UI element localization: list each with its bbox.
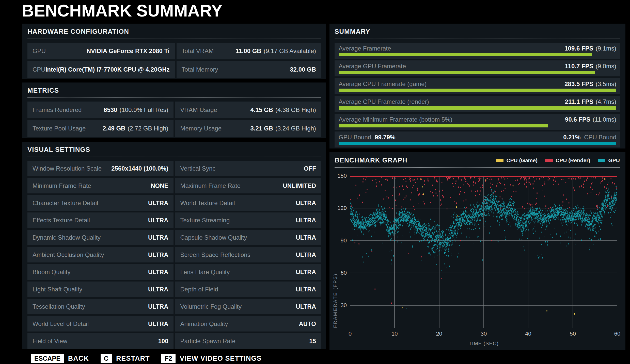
framerate-bar-track bbox=[339, 106, 616, 110]
x-tick-label: 20 bbox=[436, 330, 442, 337]
summary-panel: SUMMARY Average Framerate109.6 FPS(9.1ms… bbox=[329, 24, 625, 148]
cell-value-main: ULTRA bbox=[148, 269, 168, 275]
benchmark-graph-canvas bbox=[350, 176, 617, 328]
cell-value: ULTRA bbox=[148, 234, 168, 241]
cell-label: Field of View bbox=[33, 338, 67, 345]
keybind-back[interactable]: ESCAPEBACK bbox=[31, 354, 89, 363]
summary-row-value-extra: (11.0ms) bbox=[593, 116, 616, 123]
cell-label: Maximum Frame Rate bbox=[180, 182, 241, 189]
cell-label: Lens Flare Quality bbox=[180, 269, 230, 276]
cell-label: Ambient Occlusion Quality bbox=[33, 251, 104, 258]
setting-cell: Maximum Frame RateUNLIMITED bbox=[175, 178, 321, 193]
y-tick-label: 30 bbox=[332, 302, 347, 309]
cell-value-main: 4.15 GB bbox=[250, 106, 273, 113]
cell-value: ULTRA bbox=[296, 286, 316, 293]
key-escape: ESCAPE bbox=[31, 354, 64, 363]
cpu-bound-label: CPU Bound bbox=[584, 134, 616, 141]
setting-cell: Animation QualityAUTO bbox=[175, 316, 321, 332]
keybind-label: VIEW VIDEO SETTINGS bbox=[180, 355, 262, 362]
summary-row-value-main: 211.1 FPS bbox=[565, 98, 593, 105]
cell-value-main: ULTRA bbox=[148, 234, 168, 241]
metrics-panel-header: METRICS bbox=[27, 87, 321, 94]
page-title: BENCHMARK SUMMARY bbox=[22, 1, 223, 20]
summary-row-label: Average GPU Framerate bbox=[339, 63, 406, 76]
key-c: C bbox=[101, 354, 112, 363]
y-tick-label: 60 bbox=[332, 270, 347, 276]
cell-value: ULTRA bbox=[148, 269, 168, 276]
cell-label: Memory Usage bbox=[180, 125, 222, 132]
setting-cell: Tessellation QualityULTRA bbox=[27, 299, 174, 314]
summary-row-value-extra: (4.7ms) bbox=[596, 98, 616, 105]
gpu-bound-value: 99.79% bbox=[375, 134, 395, 141]
setting-cell: GPUNVIDIA GeForce RTX 2080 Ti bbox=[27, 43, 175, 59]
cell-value-main: ULTRA bbox=[148, 217, 168, 224]
cell-value-extra: (100.0% Full Res) bbox=[119, 106, 168, 113]
keybind-view-video-settings[interactable]: F2VIEW VIDEO SETTINGS bbox=[161, 354, 261, 363]
hardware-panel-header: HARDWARE CONFIGURATION bbox=[27, 28, 321, 35]
summary-row-value-extra: (9.0ms) bbox=[596, 63, 616, 70]
cell-value-main: 15 bbox=[309, 338, 316, 344]
y-tick-label: 90 bbox=[332, 237, 347, 244]
x-tick-label: 60 bbox=[614, 330, 620, 337]
hardware-configuration-panel: HARDWARE CONFIGURATION GPUNVIDIA GeForce… bbox=[22, 24, 326, 79]
setting-cell: Total VRAM11.00 GB(9.17 GB Available) bbox=[177, 43, 321, 59]
cell-value: OFF bbox=[304, 165, 316, 172]
key-f2: F2 bbox=[161, 354, 175, 363]
cell-label: Light Shaft Quality bbox=[33, 286, 82, 293]
setting-cell: Vertical SyncOFF bbox=[175, 161, 321, 176]
framerate-bar-track bbox=[339, 71, 616, 74]
setting-cell: Depth of FieldULTRA bbox=[175, 282, 321, 297]
cell-label: Total Memory bbox=[182, 66, 218, 73]
setting-cell: Particle Spawn Rate15 bbox=[175, 333, 321, 349]
cell-value: Intel(R) Core(TM) i7-7700K CPU @ 4.20GHz bbox=[45, 66, 170, 73]
framerate-bar bbox=[339, 106, 616, 110]
cell-label: Animation Quality bbox=[180, 320, 228, 327]
cell-value-main: ULTRA bbox=[148, 251, 168, 258]
cell-label: Effects Texture Detail bbox=[33, 217, 90, 224]
cpu-bound-right: 0.21%CPU Bound bbox=[563, 134, 616, 147]
setting-cell: Frames Rendered6530(100.0% Full Res) bbox=[27, 102, 174, 118]
keybind-restart[interactable]: CRESTART bbox=[101, 354, 150, 363]
cell-value-main: 32.00 GB bbox=[290, 66, 316, 73]
summary-row-value-extra: (3.5ms) bbox=[596, 80, 616, 87]
cell-label: Texture Pool Usage bbox=[33, 125, 86, 132]
summary-row-value: 211.1 FPS(4.7ms) bbox=[565, 98, 616, 112]
cell-value-main: 100 bbox=[158, 338, 168, 344]
cell-value-main: ULTRA bbox=[148, 303, 168, 310]
keybind-label: RESTART bbox=[116, 355, 150, 362]
cell-value: ULTRA bbox=[148, 320, 168, 327]
summary-row-value-main: 110.7 FPS bbox=[565, 63, 593, 70]
benchmark-chart: FRAMERATE (FPS) 306090120150 01020304050… bbox=[329, 152, 625, 350]
framerate-bar bbox=[339, 124, 548, 127]
cell-value-main: ULTRA bbox=[148, 320, 168, 327]
cell-value-extra: (4.38 GB High) bbox=[275, 106, 316, 113]
metric-cells: Frames Rendered6530(100.0% Full Res)VRAM… bbox=[27, 102, 321, 137]
cell-value-extra: (3.24 GB High) bbox=[275, 125, 316, 132]
summary-row-value: 283.5 FPS(3.5ms) bbox=[564, 80, 616, 94]
cell-value-main: 3.21 GB bbox=[250, 125, 273, 132]
summary-row-value-main: 109.6 FPS bbox=[564, 45, 593, 52]
setting-cell: Total Memory32.00 GB bbox=[177, 61, 321, 78]
setting-cell: Dynamic Shadow QualityULTRA bbox=[27, 230, 174, 245]
summary-row: Average CPU Framerate (render)211.1 FPS(… bbox=[335, 96, 620, 112]
setting-cell: Lens Flare QualityULTRA bbox=[175, 264, 321, 280]
summary-row-value: 110.7 FPS(9.0ms) bbox=[565, 63, 616, 76]
cell-label: Vertical Sync bbox=[180, 165, 216, 172]
cell-value: ULTRA bbox=[296, 217, 316, 224]
cell-value-main: Intel(R) Core(TM) i7-7700K CPU @ 4.20GHz bbox=[45, 66, 170, 73]
cell-value-main: ULTRA bbox=[296, 234, 316, 241]
cell-value-main: 11.00 GB bbox=[235, 47, 261, 54]
framerate-bar bbox=[339, 53, 592, 56]
setting-cell: Bloom QualityULTRA bbox=[27, 264, 174, 280]
cell-value: 100 bbox=[158, 338, 168, 345]
y-tick-label: 150 bbox=[332, 173, 347, 179]
cell-value: 4.15 GB(4.38 GB High) bbox=[250, 106, 316, 113]
cell-value: 6530(100.0% Full Res) bbox=[104, 106, 168, 113]
cell-value: 3.21 GB(3.24 GB High) bbox=[250, 125, 316, 132]
summary-row-label: Average CPU Framerate (game) bbox=[339, 80, 427, 94]
setting-cell: Minimum Frame RateNONE bbox=[27, 178, 174, 193]
cpu-bound-value: 0.21% bbox=[563, 134, 580, 141]
framerate-bar-track bbox=[339, 89, 616, 92]
framerate-bar bbox=[339, 89, 616, 92]
cell-value: ULTRA bbox=[148, 286, 168, 293]
